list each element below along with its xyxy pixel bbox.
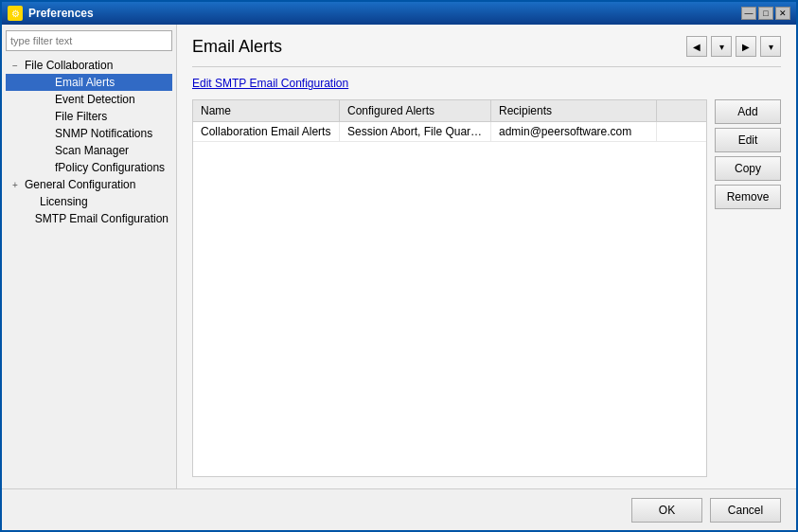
sidebar-label-general-configuration: General Configuration xyxy=(25,178,135,191)
sidebar-label-file-filters: File Filters xyxy=(55,110,107,123)
copy-button[interactable]: Copy xyxy=(715,156,781,181)
ok-button[interactable]: OK xyxy=(631,498,702,523)
forward-dropdown-button[interactable]: ▾ xyxy=(760,36,781,57)
cancel-button[interactable]: Cancel xyxy=(710,498,781,523)
panel-title: Email Alerts xyxy=(192,37,282,57)
panel-header: Email Alerts ◀ ▾ ▶ ▾ xyxy=(192,36,781,57)
maximize-button[interactable]: □ xyxy=(758,7,773,20)
minimize-button[interactable]: — xyxy=(741,7,756,20)
sidebar-item-file-filters[interactable]: File Filters xyxy=(6,108,172,125)
forward-button[interactable]: ▶ xyxy=(736,36,756,57)
bottom-bar: OK Cancel xyxy=(2,488,796,530)
sidebar-label-snmp-notifications: SNMP Notifications xyxy=(55,127,152,140)
remove-button[interactable]: Remove xyxy=(715,185,781,209)
smtp-link-line: Edit SMTP Email Configuration xyxy=(192,77,781,90)
table-header: Name Configured Alerts Recipients xyxy=(193,100,706,122)
sidebar-item-event-detection[interactable]: Event Detection xyxy=(6,91,172,108)
sidebar-label-fpolicy-configurations: fPolicy Configurations xyxy=(55,161,165,174)
title-bar-left: ⚙ Preferences xyxy=(8,6,94,21)
table-cell-0-0: Collaboration Email Alerts xyxy=(193,122,340,141)
table-body: Collaboration Email AlertsSession Abort,… xyxy=(193,122,706,476)
sidebar-item-scan-manager[interactable]: Scan Manager xyxy=(6,142,172,159)
table-cell-0-3 xyxy=(657,122,706,141)
sidebar-item-general-configuration[interactable]: +General Configuration xyxy=(6,176,172,193)
back-dropdown-button[interactable]: ▾ xyxy=(711,36,732,57)
window-title: Preferences xyxy=(28,7,94,20)
preferences-window: ⚙ Preferences — □ ✕ −File CollaborationE… xyxy=(0,0,798,532)
add-button[interactable]: Add xyxy=(715,99,781,124)
title-buttons: — □ ✕ xyxy=(741,7,790,20)
nav-buttons: ◀ ▾ ▶ ▾ xyxy=(686,36,781,57)
header-divider xyxy=(192,66,781,67)
table-row[interactable]: Collaboration Email AlertsSession Abort,… xyxy=(193,122,706,142)
sidebar-label-email-alerts: Email Alerts xyxy=(55,76,115,89)
col-recipients: Recipients xyxy=(491,100,657,121)
sidebar-item-licensing[interactable]: Licensing xyxy=(6,193,172,210)
sidebar-label-scan-manager: Scan Manager xyxy=(55,144,129,157)
filter-input[interactable] xyxy=(6,30,172,51)
sidebar-item-snmp-notifications[interactable]: SNMP Notifications xyxy=(6,125,172,142)
sidebar-label-event-detection: Event Detection xyxy=(55,93,135,106)
close-button[interactable]: ✕ xyxy=(775,7,790,20)
title-bar: ⚙ Preferences — □ ✕ xyxy=(2,2,796,25)
expand-icon-general-configuration: + xyxy=(9,180,21,190)
table-area: Name Configured Alerts Recipients Collab… xyxy=(192,99,781,477)
col-extra xyxy=(657,100,706,121)
side-buttons: Add Edit Copy Remove xyxy=(715,99,781,477)
right-panel: Email Alerts ◀ ▾ ▶ ▾ Edit SMTP Email Con… xyxy=(177,25,796,488)
table-cell-0-2: admin@peersoftware.com xyxy=(491,122,657,141)
col-name: Name xyxy=(193,100,340,121)
data-table: Name Configured Alerts Recipients Collab… xyxy=(192,99,707,477)
table-cell-0-1: Session Abort, File Quaranti... xyxy=(340,122,491,141)
sidebar-label-file-collaboration: File Collaboration xyxy=(25,59,113,72)
main-content: −File CollaborationEmail AlertsEvent Det… xyxy=(2,25,796,488)
col-configured-alerts: Configured Alerts xyxy=(340,100,491,121)
sidebar-label-licensing: Licensing xyxy=(40,195,88,208)
tree-container: −File CollaborationEmail AlertsEvent Det… xyxy=(6,57,172,227)
sidebar-item-email-alerts[interactable]: Email Alerts xyxy=(6,74,172,91)
expand-icon-file-collaboration: − xyxy=(9,61,21,71)
edit-button[interactable]: Edit xyxy=(715,128,781,152)
smtp-link[interactable]: Edit SMTP Email Configuration xyxy=(192,77,348,90)
sidebar: −File CollaborationEmail AlertsEvent Det… xyxy=(2,25,177,488)
app-icon: ⚙ xyxy=(8,6,23,21)
sidebar-item-smtp-email-configuration[interactable]: SMTP Email Configuration xyxy=(6,210,172,227)
sidebar-item-file-collaboration[interactable]: −File Collaboration xyxy=(6,57,172,74)
sidebar-item-fpolicy-configurations[interactable]: fPolicy Configurations xyxy=(6,159,172,176)
back-button[interactable]: ◀ xyxy=(686,36,707,57)
sidebar-label-smtp-email-configuration: SMTP Email Configuration xyxy=(35,212,168,225)
